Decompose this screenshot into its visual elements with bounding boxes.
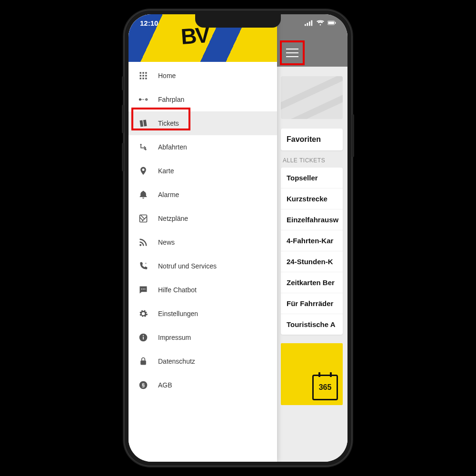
map-icon: [138, 213, 149, 224]
status-indicators: [305, 20, 336, 26]
svg-point-27: [144, 288, 145, 289]
svg-rect-2: [309, 21, 310, 26]
svg-point-30: [143, 335, 144, 336]
sidebar-item-label: Netzpläne: [158, 215, 188, 222]
svg-rect-10: [140, 75, 141, 76]
sidebar-item-impressum[interactable]: Impressum: [129, 326, 277, 349]
svg-point-26: [143, 288, 144, 289]
lock-icon: [138, 356, 149, 367]
gear-icon: [138, 308, 149, 319]
sidebar-item-abfahrten[interactable]: Abfahrten: [129, 135, 277, 159]
svg-rect-12: [145, 75, 147, 76]
sidebar-item-alarme[interactable]: Alarme: [129, 183, 277, 207]
list-item[interactable]: Kurzstrecke: [281, 188, 343, 209]
notch: [195, 14, 281, 28]
phone-screen: 12:10 Favoriten ALLE TICKETS Topseller: [129, 14, 347, 462]
sidebar-item-tickets[interactable]: Tickets: [129, 111, 277, 135]
sidebar-item-label: Alarme: [158, 191, 179, 198]
list-item[interactable]: Topseller: [281, 168, 343, 188]
svg-rect-14: [142, 78, 144, 79]
sidebar-item-label: Home: [158, 72, 176, 79]
navigation-drawer: Home Fahrplan Tickets Abfahrten Karte: [129, 14, 277, 462]
signal-icon: [305, 20, 313, 26]
sidebar-item-home[interactable]: Home: [129, 64, 277, 88]
svg-rect-19: [143, 99, 144, 100]
sidebar-item-netzplaene[interactable]: Netzpläne: [129, 207, 277, 230]
svg-point-16: [139, 99, 141, 101]
grid-icon: [138, 70, 149, 81]
tickets-page: Favoriten ALLE TICKETS Topseller Kurzstr…: [276, 67, 347, 462]
svg-rect-29: [143, 337, 144, 339]
svg-rect-13: [140, 78, 141, 79]
list-item[interactable]: Einzelfahrausw: [281, 209, 343, 230]
section-icon: §: [138, 380, 149, 390]
svg-rect-9: [145, 72, 147, 74]
sidebar-item-karte[interactable]: Karte: [129, 159, 277, 183]
highlight-hamburger: [280, 40, 305, 65]
svg-rect-1: [307, 23, 308, 26]
info-icon: [138, 332, 149, 343]
list-item[interactable]: Für Fahrräder: [281, 293, 343, 314]
list-item[interactable]: Touristische A: [281, 314, 343, 335]
svg-rect-31: [140, 360, 146, 365]
sidebar-item-label: Datenschutz: [158, 357, 195, 365]
section-label-all-tickets: ALLE TICKETS: [283, 157, 341, 164]
sidebar-item-label: Fahrplan: [158, 96, 184, 103]
promo-banner[interactable]: 365: [281, 343, 343, 405]
hamburger-icon[interactable]: [286, 49, 298, 57]
svg-point-25: [141, 288, 142, 289]
nav-list: Home Fahrplan Tickets Abfahrten Karte: [129, 62, 277, 462]
svg-rect-15: [145, 78, 147, 79]
sidebar-item-label: Abfahrten: [158, 143, 187, 151]
svg-rect-0: [305, 24, 306, 26]
list-item[interactable]: 4-Fahrten-Kar: [281, 230, 343, 251]
sidebar-item-label: Impressum: [158, 334, 191, 341]
ticket-placeholder: [281, 76, 343, 119]
sidebar-item-news[interactable]: News: [129, 230, 277, 254]
battery-icon: [327, 20, 336, 26]
svg-rect-7: [140, 72, 141, 74]
sidebar-item-label: News: [158, 238, 175, 246]
pin-icon: [138, 166, 149, 176]
svg-point-20: [140, 144, 141, 145]
svg-rect-11: [142, 75, 144, 76]
sidebar-item-chatbot[interactable]: Hilfe Chatbot: [129, 278, 277, 302]
favorites-card[interactable]: Favoriten: [281, 129, 343, 150]
svg-rect-6: [335, 22, 336, 24]
svg-rect-18: [142, 99, 143, 100]
svg-point-23: [139, 244, 141, 246]
list-item[interactable]: Zeitkarten Ber: [281, 272, 343, 293]
bell-icon: [138, 189, 149, 200]
svg-text:+: +: [145, 262, 147, 265]
calendar-365-icon: 365: [312, 375, 338, 400]
svg-rect-5: [328, 21, 334, 24]
chat-icon: [138, 285, 149, 295]
svg-text:§: §: [142, 382, 145, 388]
phone-frame: 12:10 Favoriten ALLE TICKETS Topseller: [124, 10, 352, 466]
sidebar-item-label: Tickets: [158, 119, 179, 127]
depart-icon: [138, 142, 149, 152]
route-icon: [138, 94, 149, 105]
sidebar-item-label: Einstellungen: [158, 310, 198, 317]
list-item[interactable]: 24-Stunden-K: [281, 251, 343, 272]
svg-rect-8: [142, 72, 144, 74]
sidebar-item-label: Notruf und Services: [158, 262, 217, 270]
sidebar-item-datenschutz[interactable]: Datenschutz: [129, 349, 277, 373]
sidebar-item-label: AGB: [158, 381, 172, 389]
sidebar-item-label: Hilfe Chatbot: [158, 286, 197, 294]
sidebar-item-agb[interactable]: § AGB: [129, 373, 277, 397]
sidebar-item-notruf[interactable]: + Notruf und Services: [129, 254, 277, 278]
status-time: 12:10: [140, 19, 158, 27]
svg-point-17: [146, 99, 147, 100]
phone-icon: +: [138, 261, 149, 271]
svg-rect-3: [311, 20, 313, 26]
wifi-icon: [316, 20, 325, 26]
sidebar-item-einstellungen[interactable]: Einstellungen: [129, 302, 277, 326]
sidebar-item-label: Karte: [158, 167, 174, 175]
sidebar-item-fahrplan[interactable]: Fahrplan: [129, 88, 277, 111]
ticket-icon: [138, 118, 149, 129]
rss-icon: [138, 237, 149, 248]
ticket-list: Topseller Kurzstrecke Einzelfahrausw 4-F…: [281, 168, 343, 335]
